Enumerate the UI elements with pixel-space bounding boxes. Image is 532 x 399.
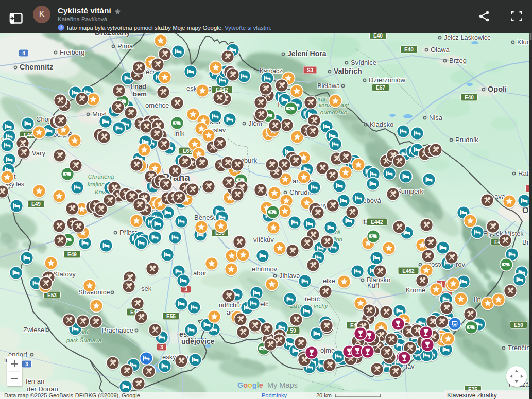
svg-text:E40: E40 xyxy=(373,33,383,39)
svg-text:g: g xyxy=(252,381,257,389)
svg-text:Valbřich: Valbřich xyxy=(334,67,362,75)
svg-text:3: 3 xyxy=(160,344,163,350)
svg-text:E55: E55 xyxy=(166,314,176,319)
svg-text:o: o xyxy=(248,381,252,389)
svg-text:Podmínky: Podmínky xyxy=(262,392,287,398)
svg-text:Opolí: Opolí xyxy=(488,85,507,93)
svg-text:sek: sek xyxy=(141,285,152,292)
svg-text:park Šumava: park Šumava xyxy=(66,337,101,343)
svg-text:ábor: ábor xyxy=(193,269,207,277)
svg-text:E50: E50 xyxy=(514,322,523,328)
svg-text:Freiberg: Freiberg xyxy=(60,48,84,56)
svg-text:Trenčín: Trenčín xyxy=(508,344,530,352)
svg-text:Svídnice: Svídnice xyxy=(351,59,376,66)
svg-text:oměřice: oměřice xyxy=(145,101,169,109)
svg-text:G: G xyxy=(237,381,243,389)
svg-text:Prachatice: Prachatice xyxy=(102,326,133,334)
svg-text:o: o xyxy=(243,381,248,389)
svg-text:Chemnitz: Chemnitz xyxy=(20,63,53,71)
svg-text:E442: E442 xyxy=(371,219,383,225)
svg-text:Kuři: Kuři xyxy=(367,282,379,289)
svg-text:20 km: 20 km xyxy=(316,392,332,398)
svg-text:udějovice: udějovice xyxy=(181,337,215,345)
svg-text:E40: E40 xyxy=(404,47,414,53)
svg-text:Šumperk: Šumperk xyxy=(397,187,424,195)
svg-text:Brzeg: Brzeg xyxy=(449,57,467,64)
svg-text:elč: elč xyxy=(260,300,269,308)
svg-text:lník: lník xyxy=(174,130,185,137)
svg-text:My Maps: My Maps xyxy=(267,381,298,389)
svg-text:Kladsko: Kladsko xyxy=(370,120,393,128)
svg-text:E53: E53 xyxy=(47,292,57,298)
svg-text:E40: E40 xyxy=(465,95,474,100)
svg-text:3: 3 xyxy=(25,361,28,367)
svg-text:Oława: Oława xyxy=(431,46,450,54)
svg-text:E462: E462 xyxy=(402,268,415,274)
svg-text:S3: S3 xyxy=(307,67,314,73)
svg-text:4: 4 xyxy=(22,50,25,56)
svg-text:E67: E67 xyxy=(376,85,385,91)
svg-text:Chráněná: Chráněná xyxy=(88,174,114,180)
svg-text:Nisa: Nisa xyxy=(429,114,443,122)
svg-text:bem: bem xyxy=(133,90,147,98)
svg-text:Prudník: Prudník xyxy=(455,136,478,144)
svg-text:59: 59 xyxy=(290,328,296,334)
svg-text:Klatovy: Klatovy xyxy=(54,270,76,278)
svg-text:lín: lín xyxy=(474,296,481,303)
svg-text:Jelcz-Laskowice: Jelcz-Laskowice xyxy=(444,34,491,41)
svg-text:elhřimov: elhřimov xyxy=(252,265,278,273)
svg-text:E49: E49 xyxy=(67,252,77,257)
svg-text:Jihlava: Jihlava xyxy=(279,272,300,280)
svg-text:řebíč: řebíč xyxy=(305,295,320,303)
svg-text:e: e xyxy=(259,381,263,389)
svg-text:oumovsko: oumovsko xyxy=(320,109,348,115)
svg-text:Drážďany: Drážďany xyxy=(95,33,131,37)
svg-text:Bielawa: Bielawa xyxy=(317,82,340,90)
svg-text:Dzierżoniów: Dzierżoniów xyxy=(369,76,405,84)
svg-text:vlíčkův: vlíčkův xyxy=(253,236,274,244)
svg-text:Klávesové zkratky: Klávesové zkratky xyxy=(447,392,497,399)
svg-text:Pirna: Pirna xyxy=(117,42,133,50)
svg-text:Jelení Hora: Jelení Hora xyxy=(287,49,327,58)
svg-text:fen an: fen an xyxy=(26,377,44,385)
svg-text:Data map ©2025 GeoBasis-DE/BKG: Data map ©2025 GeoBasis-DE/BKG (©2009), … xyxy=(4,392,140,398)
svg-text:Zwiesel: Zwiesel xyxy=(23,326,46,334)
svg-text:E49: E49 xyxy=(31,201,41,207)
